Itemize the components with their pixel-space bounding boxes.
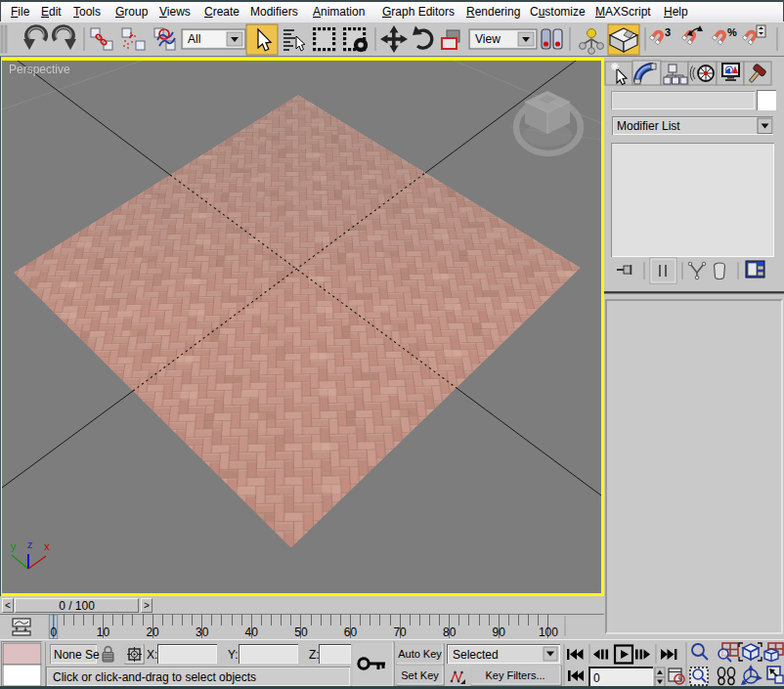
svg-text:Selected: Selected [453, 648, 499, 662]
svg-text:x: x [44, 540, 50, 552]
svg-text:0: 0 [51, 625, 58, 639]
svg-text:All: All [188, 32, 200, 46]
svg-text:3: 3 [665, 26, 671, 38]
svg-text:Z:: Z: [309, 648, 320, 662]
svg-text:0: 0 [593, 671, 600, 685]
svg-text:90: 90 [493, 625, 506, 639]
svg-text:Modifier List: Modifier List [617, 119, 680, 133]
svg-text:40: 40 [245, 625, 259, 639]
svg-text:10: 10 [97, 625, 110, 639]
svg-text:100: 100 [539, 625, 558, 639]
svg-text:None Se: None Se [54, 648, 100, 662]
svg-text:View: View [475, 32, 501, 46]
svg-text:Auto Key: Auto Key [398, 648, 442, 660]
svg-text:20: 20 [146, 625, 159, 639]
svg-text:Key Filters...: Key Filters... [485, 669, 544, 681]
svg-text:Set Key: Set Key [401, 669, 439, 681]
svg-text:50: 50 [294, 625, 308, 639]
svg-text:Y:: Y: [228, 648, 239, 662]
svg-text:60: 60 [344, 625, 358, 639]
svg-text:Click or click-and-drag to sel: Click or click-and-drag to select object… [53, 670, 256, 684]
svg-text:X:: X: [147, 648, 157, 662]
svg-text:70: 70 [393, 625, 407, 639]
svg-text:80: 80 [443, 625, 457, 639]
svg-text:y: y [11, 540, 17, 552]
svg-text:%: % [727, 26, 737, 38]
svg-text:z: z [27, 538, 33, 550]
svg-text:30: 30 [196, 625, 209, 639]
